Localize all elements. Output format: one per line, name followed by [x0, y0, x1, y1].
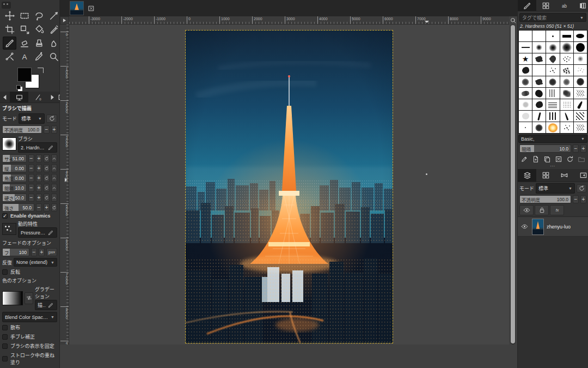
layer-thumbnail[interactable]	[532, 219, 544, 235]
brush-cell-spray[interactable]	[574, 65, 587, 76]
spacing-decrease-button[interactable]: −	[573, 144, 579, 153]
hardness-slider[interactable]: 硬さ50.0	[2, 194, 27, 202]
edit-dynamics-icon[interactable]	[47, 229, 54, 236]
tab-paths[interactable]	[555, 169, 573, 182]
aspect-ratio-decrease-button[interactable]: −	[28, 164, 34, 172]
reverse-checkbox[interactable]: 反転	[2, 268, 57, 275]
aspect-ratio-increase-button[interactable]: +	[36, 164, 42, 172]
edit-brush-icon[interactable]	[47, 144, 54, 151]
brush-cell-chalk2[interactable]	[546, 76, 559, 87]
brush-cell-star[interactable]	[519, 53, 532, 64]
brush-cell-chalk2[interactable]	[532, 122, 546, 133]
brush-cell-chalk3[interactable]	[560, 76, 573, 87]
layer-opacity-decrease-button[interactable]: −	[573, 195, 579, 203]
dynamics-select[interactable]: Pressure Opacity	[18, 227, 57, 238]
hardness-reset-button[interactable]	[44, 194, 50, 202]
dock-menu-button[interactable]	[578, 169, 588, 182]
default-colors-icon[interactable]	[16, 85, 21, 89]
duplicate-brush-button[interactable]	[542, 155, 553, 164]
lock-alpha-button[interactable]: fx	[550, 205, 564, 215]
brush-cell-specks[interactable]	[546, 65, 559, 76]
brush-cell-blot2[interactable]	[532, 88, 546, 99]
brush-cell-stroke[interactable]	[532, 111, 546, 122]
brush-cell-splat[interactable]	[532, 76, 546, 87]
lock-pixels-button[interactable]	[535, 205, 549, 215]
swap-colors-icon[interactable]	[38, 68, 44, 73]
force-reset-button[interactable]	[51, 203, 57, 212]
fade-length-slider[interactable]: フ 100	[2, 248, 29, 256]
fade-unit-select[interactable]: px▾	[46, 248, 57, 256]
gradient-select[interactable]: 描画色から	[35, 300, 57, 310]
tab-fonts[interactable]: ab	[555, 0, 573, 11]
vertical-ruler[interactable]: 0100020003000400050006000700080009000	[60, 25, 69, 345]
brush-search-input[interactable]: タグで検索▼	[519, 13, 586, 22]
size-reset-button[interactable]	[44, 154, 50, 162]
edit-gradient-icon[interactable]	[47, 301, 54, 309]
next-tab-button[interactable]	[47, 92, 57, 102]
flip-gradient-button[interactable]	[24, 292, 33, 304]
gradient-preview[interactable]	[2, 291, 23, 305]
brush-cell-blank[interactable]	[532, 31, 546, 41]
brush-cell-sketch[interactable]	[574, 88, 587, 99]
angle-decrease-button[interactable]: −	[28, 174, 34, 182]
angle-slider[interactable]: 角度0.00	[2, 174, 27, 182]
brush-cell-chalk[interactable]	[519, 76, 532, 87]
brush-cell-soft-dot[interactable]	[574, 53, 587, 64]
tab-brushes[interactable]	[518, 0, 536, 11]
tab-gradients[interactable]	[573, 0, 588, 11]
refresh-brushes-button[interactable]	[565, 155, 575, 164]
brush-cell-blot[interactable]	[532, 99, 546, 110]
size-increase-button[interactable]: +	[36, 154, 42, 162]
size-pressure-curve-button[interactable]	[51, 154, 57, 162]
brush-cell-quill[interactable]	[560, 111, 573, 122]
brush-cell-splat[interactable]	[532, 53, 546, 64]
image-tab-thumbnail[interactable]	[70, 1, 84, 15]
edit-brush-button[interactable]	[519, 155, 530, 164]
brush-cell-feather[interactable]	[574, 99, 587, 110]
brush-cell-sketch[interactable]	[574, 122, 587, 133]
layer-name[interactable]: zhenyu-luo	[547, 224, 571, 230]
airbrush-tool[interactable]	[47, 23, 60, 36]
layer-opacity-increase-button[interactable]: +	[580, 195, 586, 203]
move-tool[interactable]	[3, 9, 16, 22]
unified-transform-tool[interactable]	[17, 23, 31, 36]
layer-visibility-icon[interactable]	[519, 223, 529, 230]
tab-channels[interactable]	[536, 169, 555, 182]
brush-cell-blank[interactable]	[519, 31, 532, 41]
angle-reset-button[interactable]	[44, 174, 50, 182]
brush-cell-wisp[interactable]	[519, 99, 532, 110]
brush-cell-soft-l[interactable]	[560, 42, 573, 53]
brush-cell-hline[interactable]	[519, 42, 532, 53]
delete-brush-button[interactable]	[553, 155, 564, 164]
layer-mode-select[interactable]: 標準▼	[536, 183, 575, 194]
open-brush-location-button[interactable]	[576, 155, 586, 164]
dock-resize-handle[interactable]: ⋯	[518, 165, 588, 169]
horizontal-ruler[interactable]: -3000-2000-10000100020003000400050006000…	[69, 16, 509, 25]
brush-cell-soft-m[interactable]	[546, 42, 559, 53]
brush-group-select[interactable]: Basic,▼	[518, 135, 587, 143]
spacing-increase-button[interactable]: +	[580, 144, 586, 153]
force-decrease-button[interactable]: −	[36, 203, 42, 212]
brush-cell-specks[interactable]	[560, 122, 573, 133]
zoom-image-icon[interactable]	[509, 17, 517, 24]
angle-pressure-curve-button[interactable]	[51, 174, 57, 182]
brush-cell-disc[interactable]	[574, 42, 587, 53]
brush-cell-glow[interactable]	[546, 122, 559, 133]
tab-layers[interactable]	[518, 169, 536, 182]
brush-cell-grain[interactable]	[560, 99, 573, 110]
smooth-stroke-checkbox[interactable]: 手ブレ補正	[2, 333, 57, 340]
mode-select[interactable]: 標準▼	[19, 113, 45, 124]
enable-dynamics-checkbox[interactable]: ✓ Enable dynamics	[2, 213, 57, 219]
blend-color-space-select[interactable]: Blend Color Space 知覚的...▼	[2, 312, 57, 322]
brush-cell-dot2[interactable]	[519, 122, 532, 133]
brush-cell-scatter[interactable]	[560, 53, 573, 64]
brush-cell-cluster[interactable]	[560, 65, 573, 76]
image-menu-button[interactable]	[60, 16, 69, 25]
mode-switch-button[interactable]	[46, 114, 57, 123]
brush-cell-blot[interactable]	[519, 65, 532, 76]
spacing-pressure-curve-button[interactable]	[51, 184, 57, 192]
brush-cell-dot[interactable]	[546, 31, 559, 41]
brush-spacing-slider[interactable]: 間隔 10.0	[519, 144, 571, 153]
brush-cell-ellipse[interactable]	[574, 31, 587, 41]
aspect-ratio-pressure-curve-button[interactable]	[51, 164, 57, 172]
